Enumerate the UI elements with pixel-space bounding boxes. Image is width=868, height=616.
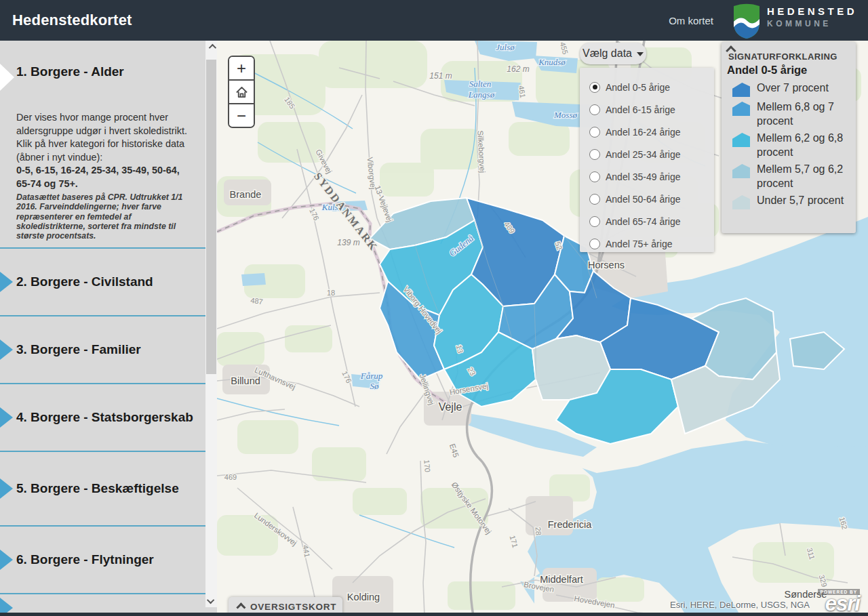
category-title: 2. Borgere - Civilstand <box>16 274 153 290</box>
data-option-6[interactable]: Andel 50-64 årige <box>589 188 714 210</box>
sidebar-category-list: 1. Borgere - AlderDer vises hvor mange p… <box>0 41 205 616</box>
radio-selected-icon[interactable] <box>589 82 600 93</box>
scroll-up-button[interactable] <box>205 41 217 53</box>
legend-entry-2: Mellem 6,8 og 7 procent <box>727 100 850 128</box>
arrow-right-icon <box>0 340 13 360</box>
sidebar-item-2[interactable]: 2. Borgere - Civilstand <box>0 249 205 316</box>
legend-swatch-icon <box>732 102 750 116</box>
legend-entry-3: Mellem 6,2 og 6,8 procent <box>727 131 850 159</box>
legend-entries: Over 7 procentMellem 6,8 og 7 procentMel… <box>727 81 850 209</box>
hedenstedkortet-app: Hedenstedkortet Om kortet HEDENSTED KOMM… <box>0 0 868 616</box>
option-label: Andel 16-24 årige <box>606 127 681 138</box>
arrow-right-icon <box>0 407 13 428</box>
home-icon <box>235 86 248 98</box>
map-label-water: Sø <box>370 381 380 391</box>
map-label-city: Brande <box>230 189 262 200</box>
legend-swatch-icon <box>732 83 750 97</box>
legend-label: Over 7 procent <box>757 81 829 95</box>
data-option-2[interactable]: Andel 6-15 årige <box>589 98 714 121</box>
legend-swatch-icon <box>732 133 750 147</box>
data-option-1[interactable]: Andel 0-5 årige <box>589 76 714 98</box>
option-label: Andel 75+ årige <box>606 239 672 249</box>
category-title: 6. Borgere - Flytninger <box>16 552 154 568</box>
description-paragraph: Der vises hvor mange procent hver alders… <box>16 111 196 138</box>
sidebar-item-1[interactable]: 1. Borgere - AlderDer vises hvor mange p… <box>0 41 205 249</box>
map-label-elev: 139 m <box>337 238 359 247</box>
chevron-down-icon <box>206 596 214 604</box>
sidebar-item-5[interactable]: 5. Borgere - Beskæftigelse <box>0 452 205 527</box>
zoom-control: + − <box>228 56 255 128</box>
legend-entry-5: Under 5,7 procent <box>727 193 850 209</box>
map-label-water: Knudsø <box>538 57 566 67</box>
page-title: Hedenstedkortet <box>12 12 132 29</box>
legend-subtitle: Andel 0-5 årige <box>727 64 850 77</box>
chevron-up-icon <box>236 602 245 612</box>
category-title: 1. Borgere - Alder <box>16 64 196 80</box>
map-label-city: Billund <box>231 375 260 386</box>
arrow-right-icon <box>0 478 13 499</box>
arrow-right-icon <box>0 272 13 292</box>
map-canvas[interactable]: JulsøKnudsøSaltenLangsøMossøKulsøGudenåF… <box>217 41 868 616</box>
radio-icon[interactable] <box>589 194 600 205</box>
sidebar-item-6[interactable]: 6. Borgere - Flytninger <box>0 527 205 594</box>
category-title: 3. Borgere - Familier <box>16 342 141 358</box>
map-label-citylg: Vejle <box>439 401 462 413</box>
map-label-elev: 162 m <box>507 64 529 74</box>
selected-arrow-icon <box>0 64 14 91</box>
zoom-in-button[interactable]: + <box>229 57 254 79</box>
radio-icon[interactable] <box>589 104 600 115</box>
sidebar: 1. Borgere - AlderDer vises hvor mange p… <box>0 41 217 616</box>
category-description: Der vises hvor mange procent hver alders… <box>16 111 196 241</box>
about-link[interactable]: Om kortet <box>669 15 713 26</box>
chevron-up-icon <box>208 44 216 52</box>
map-label-water: Julsø <box>496 42 515 52</box>
legend-swatch-icon <box>732 195 750 209</box>
map-label-elev: 151 m <box>429 71 452 81</box>
map-label-route: 469 <box>224 473 237 481</box>
map-label-route: 170 <box>422 459 432 472</box>
category-title: 4. Borgere - Statsborgerskab <box>16 409 193 426</box>
home-button[interactable] <box>229 79 254 103</box>
select-data-button[interactable]: Vælg data <box>580 43 646 64</box>
data-option-8[interactable]: Andel 75+ årige <box>589 232 714 255</box>
legend-label: Mellem 6,8 og 7 procent <box>757 100 850 128</box>
app-header: Hedenstedkortet Om kortet HEDENSTED KOMM… <box>0 0 868 41</box>
data-option-7[interactable]: Andel 65-74 årige <box>589 210 714 232</box>
legend-collapse-button[interactable] <box>726 44 734 56</box>
legend-entry-1: Over 7 procent <box>727 81 850 97</box>
sidebar-scrollbar[interactable] <box>205 41 217 607</box>
scrollbar-thumb[interactable] <box>206 60 216 374</box>
map-label-city: Fredericia <box>548 519 592 530</box>
map-label-city: Middelfart <box>540 574 583 585</box>
select-data-label: Vælg data <box>583 47 632 60</box>
map-label-water: Salten <box>469 79 492 89</box>
radio-icon[interactable] <box>589 171 600 182</box>
zoom-out-button[interactable]: − <box>229 103 254 127</box>
sidebar-item-3[interactable]: 3. Borgere - Familier <box>0 316 205 384</box>
legend-panel: SIGNATURFORKLARING Andel 0-5 årige Over … <box>722 42 856 233</box>
option-label: Andel 6-15 årige <box>606 104 675 115</box>
map-label-route: 28 <box>534 527 542 535</box>
map-attribution: Esri, HERE, DeLorme, USGS, NGA <box>670 600 810 610</box>
data-option-3[interactable]: Andel 16-24 årige <box>589 121 714 143</box>
category-title: 5. Borgere - Beskæftigelse <box>16 480 179 497</box>
radio-icon[interactable] <box>589 239 600 249</box>
radio-icon[interactable] <box>589 149 600 160</box>
data-option-5[interactable]: Andel 35-49 årige <box>589 165 714 188</box>
scroll-down-button[interactable] <box>205 595 217 607</box>
data-option-4[interactable]: Andel 25-34 årige <box>589 143 714 165</box>
map-label-water: Langsø <box>468 89 495 100</box>
description-paragraph: Datasættet baseres på CPR. Udtrukket 1/1… <box>16 192 196 241</box>
legend-swatch-icon <box>732 164 750 178</box>
map-label-water: Fårup <box>360 371 383 381</box>
legend-entry-4: Mellem 5,7 og 6,2 procent <box>727 162 850 190</box>
shield-icon <box>732 3 761 39</box>
description-paragraph[interactable]: 0-5, 6-15, 16-24, 25-34, 35-49, 50-64, 6… <box>16 164 196 190</box>
bottom-strip <box>0 613 868 616</box>
radio-icon[interactable] <box>589 127 600 138</box>
radio-icon[interactable] <box>589 216 600 227</box>
esri-wordmark: esri <box>825 595 860 613</box>
sidebar-item-4[interactable]: 4. Borgere - Statsborgerskab <box>0 384 205 452</box>
map-label-city: Kolding <box>347 592 380 602</box>
legend-label: Mellem 5,7 og 6,2 procent <box>757 162 850 190</box>
